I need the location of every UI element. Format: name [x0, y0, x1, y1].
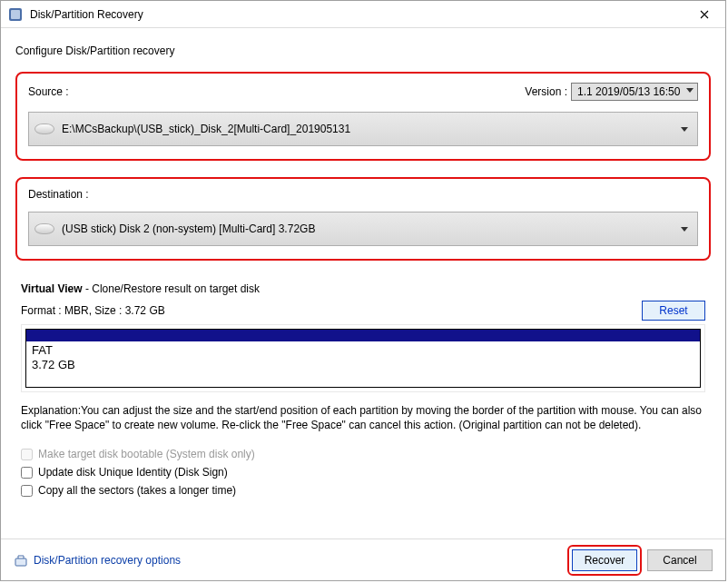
app-window: Disk/Partition Recovery Configure Disk/P…: [0, 0, 726, 581]
source-path-select[interactable]: E:\MCsBackup\(USB_stick)_Disk_2[Multi-Ca…: [28, 112, 698, 146]
chevron-down-icon: [681, 227, 688, 232]
configure-heading: Configure Disk/Partition recovery: [15, 44, 711, 57]
titlebar: Disk/Partition Recovery: [1, 1, 725, 28]
check-bootable-row: Make target disk bootable (System disk o…: [21, 445, 705, 463]
svg-rect-2: [15, 558, 26, 566]
destination-group: Destination : (USB stick) Disk 2 (non-sy…: [15, 177, 711, 261]
partition-header-bar: [26, 330, 700, 341]
app-icon: [8, 7, 23, 22]
version-label: Version :: [525, 85, 567, 98]
source-group: Source : Version : 1.1 2019/05/13 16:50 …: [15, 72, 711, 161]
chevron-down-icon: [686, 88, 694, 93]
virtual-view-title: Virtual View - Clone/Restore result on t…: [21, 282, 705, 295]
destination-label: Destination :: [28, 188, 89, 201]
version-select[interactable]: 1.1 2019/05/13 16:50: [571, 83, 698, 101]
footer: Disk/Partition recovery options Recover …: [1, 539, 725, 580]
check-copy-all-label: Copy all the sectors (takes a longer tim…: [38, 484, 236, 497]
source-label: Source :: [28, 85, 69, 98]
recover-highlight: Recover: [567, 545, 642, 576]
disk-icon: [34, 223, 54, 234]
destination-value: (USB stick) Disk 2 (non-system) [Multi-C…: [62, 222, 315, 235]
options-icon: [14, 553, 28, 568]
check-copy-all[interactable]: [21, 485, 33, 497]
options-link[interactable]: Disk/Partition recovery options: [34, 554, 181, 567]
check-update-uid-row[interactable]: Update disk Unique Identity (Disk Sign): [21, 463, 705, 481]
content-area: Configure Disk/Partition recovery Source…: [1, 28, 725, 539]
partition-block[interactable]: FAT 3.72 GB: [25, 329, 701, 388]
version-value: 1.1 2019/05/13 16:50: [577, 85, 680, 98]
check-update-uid[interactable]: [21, 467, 33, 479]
virtual-view-title-rest: - Clone/Restore result on target disk: [83, 282, 260, 295]
explanation-text: Explanation:You can adjust the size and …: [21, 403, 705, 432]
cancel-button[interactable]: Cancel: [647, 549, 713, 571]
close-button[interactable]: [684, 1, 725, 28]
window-title: Disk/Partition Recovery: [30, 8, 684, 21]
partition-map: FAT 3.72 GB: [21, 324, 705, 392]
svg-rect-1: [11, 10, 20, 19]
virtual-view-title-bold: Virtual View: [21, 282, 83, 295]
destination-select[interactable]: (USB stick) Disk 2 (non-system) [Multi-C…: [28, 212, 698, 246]
check-bootable: [21, 449, 33, 460]
disk-icon: [34, 124, 54, 134]
format-line: Format : MBR, Size : 3.72 GB: [21, 304, 165, 317]
source-path: E:\MCsBackup\(USB_stick)_Disk_2[Multi-Ca…: [62, 123, 350, 135]
partition-size: 3.72 GB: [32, 358, 694, 372]
partition-fs: FAT: [32, 343, 694, 358]
check-copy-all-row[interactable]: Copy all the sectors (takes a longer tim…: [21, 481, 705, 499]
options-checks: Make target disk bootable (System disk o…: [21, 445, 705, 499]
recover-button[interactable]: Recover: [572, 549, 637, 571]
reset-button[interactable]: Reset: [642, 301, 705, 321]
chevron-down-icon: [681, 127, 688, 132]
check-bootable-label: Make target disk bootable (System disk o…: [38, 448, 255, 460]
check-update-uid-label: Update disk Unique Identity (Disk Sign): [38, 466, 228, 479]
